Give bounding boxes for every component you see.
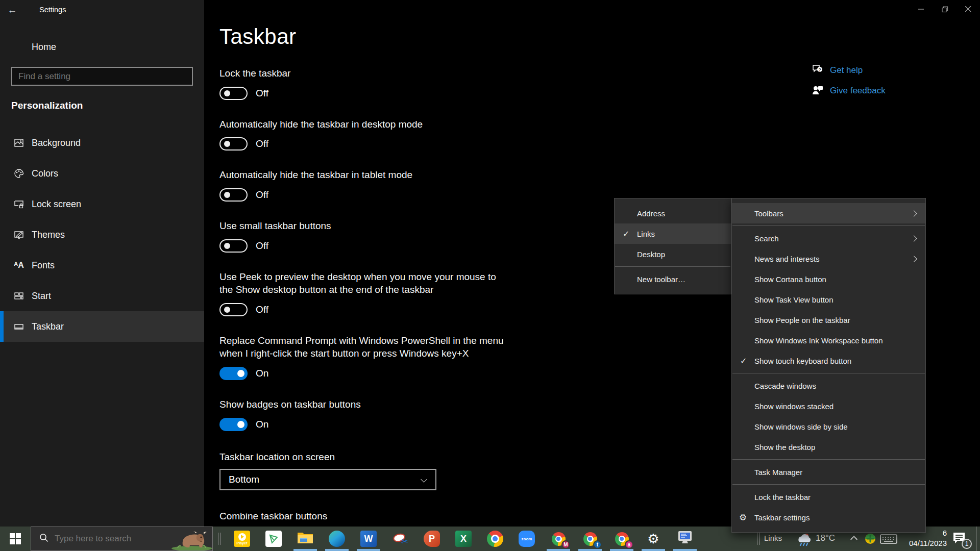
sidebar-label: Themes xyxy=(32,230,65,240)
sidebar-item-home[interactable]: Home xyxy=(0,37,204,57)
toggle-small-buttons[interactable] xyxy=(219,239,248,253)
lock-screen-icon xyxy=(13,199,24,209)
action-center-button[interactable]: 1 xyxy=(952,532,970,547)
open-app-indicator xyxy=(293,549,317,551)
menu-item-show-windows-side-by-side[interactable]: Show windows side by side xyxy=(732,416,925,437)
get-help-icon: ? xyxy=(812,64,824,77)
sidebar-item-colors[interactable]: Colors xyxy=(0,158,204,189)
scissors-glyph: ✂ xyxy=(401,536,408,547)
taskbar-app-chrome-profile-t[interactable]: t xyxy=(574,527,606,551)
sidebar-item-themes[interactable]: Themes xyxy=(0,219,204,250)
menu-separator xyxy=(732,484,925,485)
search-icon xyxy=(177,71,192,82)
submenu-item-desktop[interactable]: Desktop xyxy=(615,244,731,264)
sidebar-item-fonts[interactable]: AA Fonts xyxy=(0,250,204,281)
sidebar-item-taskbar[interactable]: Taskbar xyxy=(0,311,204,342)
give-feedback-label: Give feedback xyxy=(830,86,886,96)
taskbar-app-legacy-display[interactable] xyxy=(669,527,701,551)
menu-item-show-windows-stacked[interactable]: Show windows stacked xyxy=(732,396,925,416)
setting-label-lock-taskbar: Lock the taskbar xyxy=(219,67,508,80)
edge-icon xyxy=(329,531,345,547)
weather-icon[interactable] xyxy=(796,531,813,548)
page-title: Taskbar xyxy=(219,24,536,49)
start-icon xyxy=(13,291,24,301)
taskbar-app-powerpoint[interactable]: P xyxy=(416,527,448,551)
menu-item-show-task-view[interactable]: Show Task View button xyxy=(732,289,925,310)
sidebar-label: Lock screen xyxy=(32,199,81,210)
sidebar-label: Taskbar xyxy=(32,321,64,332)
start-button[interactable] xyxy=(0,527,31,551)
menu-item-toolbars[interactable]: Toolbars xyxy=(732,203,925,223)
submenu-item-address[interactable]: Address xyxy=(615,203,731,223)
close-button[interactable] xyxy=(957,0,980,18)
sidebar-item-start[interactable]: Start xyxy=(0,281,204,311)
submenu-item-links[interactable]: ✓ Links xyxy=(615,223,731,244)
sidebar-label: Background xyxy=(32,138,81,148)
toggle-lock-taskbar[interactable] xyxy=(219,87,248,100)
temperature-label[interactable]: 18°C xyxy=(816,533,835,543)
taskbar-app-settings[interactable]: ⚙ xyxy=(638,527,669,551)
taskbar-app-word[interactable]: W xyxy=(353,527,384,551)
toggle-badges[interactable] xyxy=(219,418,248,431)
find-setting-searchbox[interactable] xyxy=(11,67,193,86)
toggle-autohide-tablet[interactable] xyxy=(219,188,248,202)
menu-item-show-cortana[interactable]: Show Cortana button xyxy=(732,269,925,289)
menu-item-show-touch-keyboard[interactable]: ✓ Show touch keyboard button xyxy=(732,350,925,371)
taskbar-location-dropdown[interactable]: Bottom xyxy=(219,469,436,490)
links-toolbar-label[interactable]: Links xyxy=(764,534,782,542)
taskbar-search-box[interactable] xyxy=(31,527,213,551)
restore-button[interactable] xyxy=(933,0,957,18)
toggle-powershell[interactable] xyxy=(219,367,248,380)
minimize-button[interactable] xyxy=(910,0,933,18)
tray-overflow-chevron-icon[interactable] xyxy=(850,536,857,543)
toggle-knob xyxy=(224,141,230,147)
settings-gear-icon: ⚙ xyxy=(647,532,659,545)
toggle-autohide-desktop[interactable] xyxy=(219,137,248,151)
toolbar-drag-handle[interactable] xyxy=(218,533,221,545)
excel-letter: X xyxy=(460,534,467,544)
sidebar-item-background[interactable]: Background xyxy=(0,128,204,158)
sidebar-item-lock-screen[interactable]: Lock screen xyxy=(0,189,204,219)
taskbar-app-edge[interactable] xyxy=(321,527,353,551)
profile-badge-letter: t xyxy=(597,542,598,547)
menu-item-task-manager[interactable]: Task Manager xyxy=(732,462,925,482)
toggle-state: Off xyxy=(256,189,268,201)
word-letter: W xyxy=(364,534,373,544)
find-setting-input[interactable] xyxy=(12,71,177,82)
menu-item-show-people[interactable]: Show People on the taskbar xyxy=(732,310,925,330)
menu-item-news-and-interests[interactable]: News and interests xyxy=(732,248,925,269)
setting-label-badges: Show badges on taskbar buttons xyxy=(219,398,508,411)
get-help-link[interactable]: ? Get help xyxy=(812,64,863,77)
touch-keyboard-icon[interactable] xyxy=(880,534,897,546)
taskbar-app-zoom[interactable]: zoom xyxy=(511,527,543,551)
taskbar-app-chrome-profile-a[interactable]: a xyxy=(606,527,638,551)
menu-item-taskbar-settings[interactable]: ⚙ Taskbar settings xyxy=(732,507,925,528)
menu-separator xyxy=(615,266,730,267)
back-button[interactable]: ← xyxy=(0,0,24,20)
toggle-peek[interactable] xyxy=(219,303,248,316)
profile-badge-m: M xyxy=(561,540,570,549)
taskbar-app-excel[interactable]: X xyxy=(448,527,479,551)
show-desktop-strip[interactable] xyxy=(976,527,980,551)
antivirus-shield-icon[interactable] xyxy=(865,533,876,546)
menu-item-label: Lock the taskbar xyxy=(754,493,811,502)
search-highlight-image[interactable] xyxy=(167,527,216,550)
taskbar-app-chrome-profile-m[interactable]: M xyxy=(543,527,574,551)
menu-item-lock-the-taskbar[interactable]: Lock the taskbar xyxy=(732,487,925,507)
submenu-item-new-toolbar[interactable]: New toolbar… xyxy=(615,269,731,289)
taskbar-app-file-explorer[interactable] xyxy=(289,527,321,551)
toggle-knob xyxy=(224,307,230,313)
toggle-state: Off xyxy=(256,88,268,99)
taskbar-app-media-player[interactable]: Player xyxy=(226,527,258,551)
chevron-right-icon xyxy=(911,235,917,242)
taskbar-search-input[interactable] xyxy=(55,534,167,544)
taskbar-app-vpn[interactable] xyxy=(258,527,289,551)
menu-item-show-the-desktop[interactable]: Show the desktop xyxy=(732,437,925,457)
taskbar-app-chrome[interactable] xyxy=(479,527,511,551)
menu-item-cascade-windows[interactable]: Cascade windows xyxy=(732,375,925,396)
taskbar-app-snipping-tool[interactable]: ✂ xyxy=(384,527,416,551)
give-feedback-link[interactable]: Give feedback xyxy=(812,84,886,97)
menu-item-search[interactable]: Search xyxy=(732,228,925,248)
menu-item-show-ink-workspace[interactable]: Show Windows Ink Workspace button xyxy=(732,330,925,350)
open-app-indicator xyxy=(578,549,602,551)
